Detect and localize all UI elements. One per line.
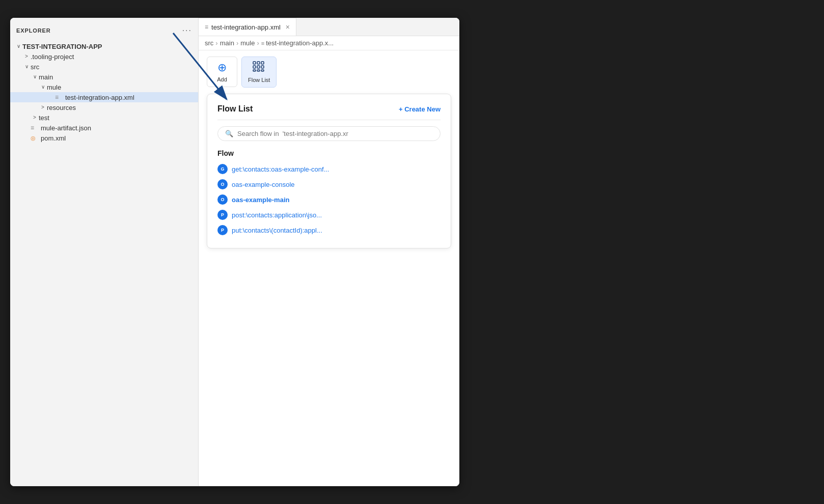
tree-item-main[interactable]: main [10,72,198,82]
sidebar-header: EXPLORER ··· [10,22,198,39]
chevron-icon [22,124,31,132]
flow-list-label: Flow List [248,77,270,83]
chevron-icon [22,52,31,61]
svg-rect-5 [261,66,264,68]
svg-rect-0 [253,62,256,64]
toolbar: ⊕ Add Flow Li [199,50,459,94]
chevron-icon [39,103,47,111]
chevron-icon [14,42,22,50]
main-area: ≡ test-integration-app.xml × src › main … [199,18,459,486]
flow-panel-title: Flow List [217,104,253,114]
flow-item-label: post:\contacts:application\jso... [232,211,322,219]
svg-rect-4 [257,66,260,68]
svg-rect-3 [253,66,256,68]
tree-item-mule[interactable]: mule [10,82,198,92]
flow-item-2[interactable]: O oas-example-console [217,177,441,192]
tree-item-root[interactable]: TEST-INTEGRATION-APP [10,41,198,51]
tab-bar: ≡ test-integration-app.xml × [199,18,459,36]
tree-item-xml[interactable]: test-integration-app.xml [10,92,198,102]
search-input[interactable] [237,130,433,137]
tree-item-mule-artifact[interactable]: mule-artifact.json [10,123,198,133]
tree-item-label: main [39,73,53,81]
flow-item-4[interactable]: P post:\contacts:application\jso... [217,207,441,222]
add-label: Add [217,76,227,82]
flow-badge: G [217,164,228,174]
tree-item-label: src [31,63,39,71]
search-box[interactable]: 🔍 [217,126,441,141]
flow-badge: P [217,210,228,220]
svg-rect-2 [261,62,264,64]
tree-item-tooling[interactable]: .tooling-project [10,51,198,62]
breadcrumb-mule: mule [240,39,255,47]
flow-badge: O [217,194,228,205]
create-new-link[interactable]: + Create New [399,105,441,113]
add-icon: ⊕ [217,61,227,74]
flow-list-icon [253,61,266,75]
file-lines-icon [31,124,39,132]
flow-panel: Flow List + Create New 🔍 Flow G get:\con… [207,94,451,248]
tree-item-label: test [39,114,49,122]
svg-rect-6 [253,70,256,71]
tab-file-icon: ≡ [205,23,208,31]
chevron-icon [22,134,31,142]
tree-item-label: .tooling-project [31,53,74,61]
chevron-icon [31,73,39,81]
flow-item-label: get:\contacts:oas-example-conf... [232,165,329,173]
tree-item-test[interactable]: test [10,113,198,123]
breadcrumb: src › main › mule › test-integration-app… [199,36,459,50]
flow-badge-text: P [221,212,224,217]
tree-item-label: resources [47,104,76,111]
sidebar-title: EXPLORER [16,27,51,34]
breadcrumb-main: main [220,39,234,47]
flow-badge-text: P [221,228,224,233]
add-button[interactable]: ⊕ Add [207,57,237,87]
search-icon: 🔍 [225,130,233,137]
tree-item-label: test-integration-app.xml [65,94,134,101]
breadcrumb-src: src [205,39,213,47]
flow-item-label: oas-example-main [232,196,289,204]
chevron-icon [22,63,31,71]
tree-item-label: pom.xml [41,134,66,142]
breadcrumb-file: test-integration-app.x... [261,39,334,47]
app-container: EXPLORER ··· TEST-INTEGRATION-APP .tooli… [10,18,459,486]
tab-label: test-integration-app.xml [211,23,281,31]
svg-rect-7 [257,70,260,71]
chevron-icon [47,93,55,101]
flow-badge-text: O [221,197,224,202]
flow-item-1[interactable]: G get:\contacts:oas-example-conf... [217,161,441,177]
breadcrumb-sep: › [215,39,217,47]
tab-xml[interactable]: ≡ test-integration-app.xml × [199,18,296,36]
flow-badge: O [217,179,228,189]
sidebar-more-button[interactable]: ··· [182,26,192,35]
flow-section-title: Flow [217,149,441,157]
flow-badge-text: O [221,182,224,187]
flow-list-button[interactable]: Flow List [241,57,277,88]
tree-item-resources[interactable]: resources [10,102,198,113]
svg-rect-1 [257,62,260,64]
tab-close-button[interactable]: × [286,23,290,31]
flow-item-5[interactable]: P put:\contacts\(contactId):appl... [217,222,441,238]
flow-item-label: put:\contacts\(contactId):appl... [232,227,322,234]
flow-item-label: oas-example-console [232,181,295,188]
tree-item-label: mule-artifact.json [41,124,91,132]
tree-item-pom[interactable]: pom.xml [10,133,198,143]
flow-badge-text: G [221,166,224,172]
tree-item-label: TEST-INTEGRATION-APP [22,43,102,50]
file-lines-icon [55,93,63,101]
flow-panel-header: Flow List + Create New [217,104,441,120]
tree-item-label: mule [47,83,61,91]
rss-icon [31,134,39,142]
tree-item-src[interactable]: src [10,62,198,72]
breadcrumb-sep: › [236,39,238,47]
sidebar: EXPLORER ··· TEST-INTEGRATION-APP .tooli… [10,18,199,486]
flow-badge: P [217,225,228,235]
chevron-icon [31,114,39,122]
chevron-icon [39,83,47,91]
breadcrumb-sep: › [257,39,259,47]
flow-item-3[interactable]: O oas-example-main [217,192,441,207]
svg-rect-8 [261,70,264,71]
